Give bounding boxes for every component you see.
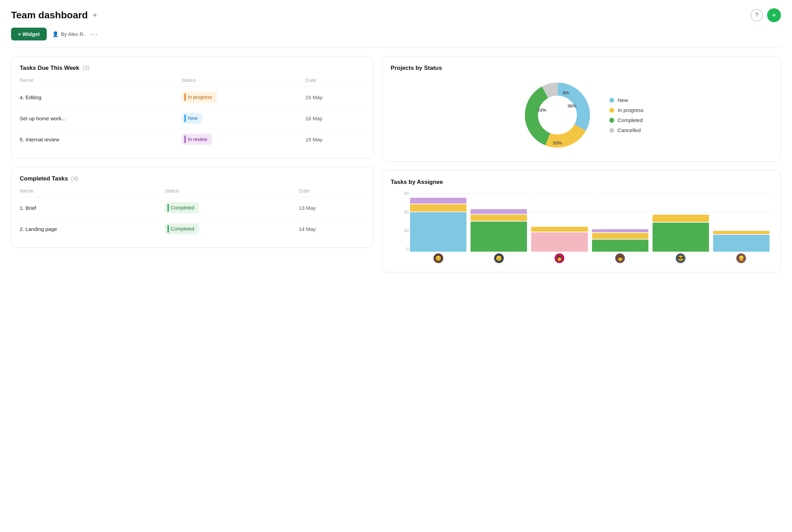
author-button[interactable]: 👤 By Alex R. (52, 31, 85, 37)
tasks-this-week-title: Tasks Due This Week (3) (20, 65, 365, 72)
bar-segment (653, 223, 709, 252)
task-date: 13 May (299, 197, 365, 218)
bar-segment (653, 215, 709, 222)
bar-segment (471, 215, 527, 221)
legend-label-inprogress: In progress (618, 107, 644, 113)
bar-segment (713, 231, 770, 234)
col-status: Status (165, 188, 299, 197)
task-status: In progress (182, 87, 306, 108)
main-grid: Tasks Due This Week (3) Name Status Date… (11, 56, 781, 272)
bar-segment (410, 212, 466, 252)
task-date: 16 May (306, 108, 365, 129)
col-date: Date (299, 188, 365, 197)
donut-chart-container: 36% 23% 33% 8% New In prog (391, 77, 772, 153)
status-badge: New (182, 113, 202, 124)
legend-label-new: New (618, 97, 628, 103)
completed-tasks-title: Completed Tasks (4) (20, 175, 365, 182)
add-icon: + (772, 11, 776, 20)
tasks-this-week-table: Name Status Date 4. Editing In progress … (20, 77, 365, 150)
legend-dot-cancelled (609, 128, 614, 133)
badge-dot (184, 136, 186, 143)
label-completed: 36% (567, 103, 576, 109)
bar-group (653, 191, 709, 252)
task-name: 5. Internal review (20, 129, 182, 150)
task-date: 14 May (299, 218, 365, 240)
grid-label-0: 0 (400, 247, 409, 252)
help-icon: ? (755, 12, 758, 18)
task-status: Completed (165, 197, 299, 218)
add-widget-button[interactable]: + Widget (11, 28, 47, 40)
legend-label-cancelled: Cancelled (618, 127, 641, 133)
status-badge: In progress (182, 92, 217, 103)
avatar: 👩 (531, 253, 588, 264)
page-title: Team dashboard (11, 10, 88, 21)
header-sub: + Widget 👤 By Alex R. ··· (11, 28, 781, 40)
legend-dot-inprogress (609, 108, 614, 113)
avatar: 👨 (592, 253, 648, 264)
status-badge: Completed (165, 202, 199, 213)
bar-group (713, 191, 770, 252)
help-button[interactable]: ? (750, 9, 763, 21)
bar-segment (471, 209, 527, 214)
task-date: 15 May (306, 129, 365, 150)
bar-chart-bars (410, 191, 770, 252)
task-name: 1. Brief (20, 197, 165, 218)
col-date: Date (306, 77, 365, 87)
avatar: 😊 (410, 253, 466, 264)
header-divider (11, 47, 781, 48)
legend-inprogress: In progress (609, 107, 644, 113)
projects-by-status-title: Projects by Status (391, 65, 772, 72)
legend-dot-completed (609, 118, 614, 123)
bar-segment (471, 222, 527, 252)
bar-segment (410, 198, 466, 204)
donut-svg: 36% 23% 33% 8% (519, 77, 595, 153)
task-date: 15 May (306, 87, 365, 108)
legend-dot-new (609, 98, 614, 103)
tasks-by-assignee-card: Tasks by Assignee 30 20 10 (382, 170, 781, 272)
bar-group (471, 191, 527, 252)
star-icon[interactable]: ✦ (92, 11, 98, 19)
bar-segment (713, 235, 770, 252)
completed-tasks-card: Completed Tasks (4) Name Status Date 1. … (11, 167, 374, 248)
avatar-row: 😊😐👩👨😎👱 (410, 253, 770, 264)
bar-group (531, 191, 588, 252)
legend-completed: Completed (609, 117, 644, 123)
legend-cancelled: Cancelled (609, 127, 644, 133)
author-icon: 👤 (52, 31, 59, 37)
avatar: 😐 (471, 253, 527, 264)
col-status: Status (182, 77, 306, 87)
grid-label-10: 10 (400, 228, 409, 233)
bar-segment (531, 232, 588, 252)
task-name: 4. Editing (20, 87, 182, 108)
header-actions: ? + (750, 8, 781, 22)
more-button[interactable]: ··· (90, 30, 98, 38)
task-name: Set up home work... (20, 108, 182, 129)
task-status: New (182, 108, 306, 129)
tasks-by-assignee-title: Tasks by Assignee (391, 179, 772, 186)
avatar: 👱 (713, 253, 770, 264)
label-cancelled: 8% (563, 90, 570, 95)
col-name: Name (20, 188, 165, 197)
add-button[interactable]: + (767, 8, 781, 22)
author-label: By Alex R. (61, 31, 85, 37)
task-status: In review (182, 129, 306, 150)
bar-segment (410, 204, 466, 212)
badge-dot (167, 225, 169, 233)
table-row: Set up home work... New 16 May (20, 108, 365, 129)
badge-dot (167, 204, 169, 212)
task-status: Completed (165, 218, 299, 240)
task-name: 2. Landing page (20, 218, 165, 240)
tasks-this-week-card: Tasks Due This Week (3) Name Status Date… (11, 56, 374, 158)
legend-new: New (609, 97, 644, 103)
projects-by-status-card: Projects by Status (382, 56, 781, 162)
legend-label-completed: Completed (618, 117, 643, 123)
table-row: 1. Brief Completed 13 May (20, 197, 365, 218)
avatar: 😎 (653, 253, 709, 264)
table-row: 5. Internal review In review 15 May (20, 129, 365, 150)
label-new: 33% (553, 140, 562, 146)
bar-segment (592, 229, 648, 232)
bar-segment (592, 233, 648, 239)
bar-segment (531, 227, 588, 232)
completed-tasks-table: Name Status Date 1. Brief Completed 13 M… (20, 188, 365, 239)
grid-label-20: 20 (400, 210, 409, 215)
